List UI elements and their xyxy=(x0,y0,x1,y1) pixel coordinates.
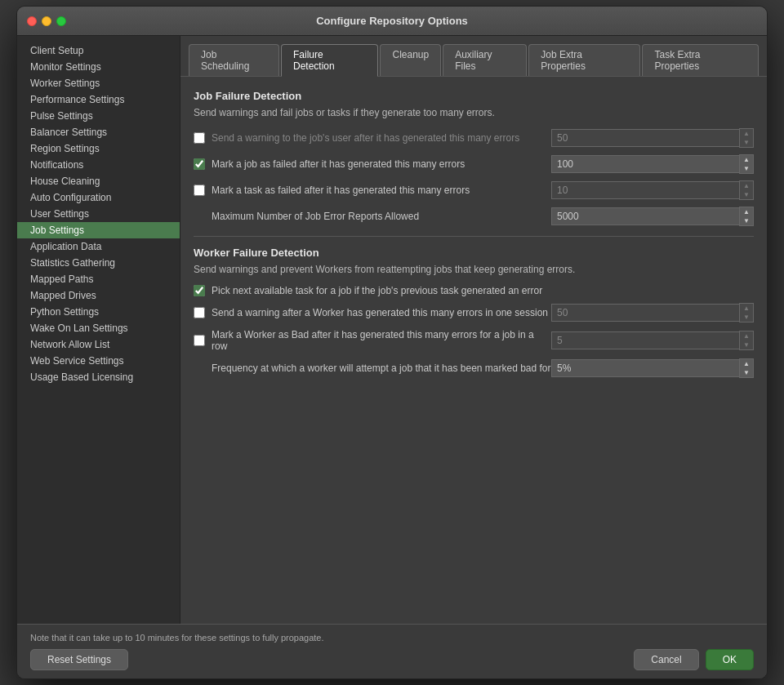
window-body: Client SetupMonitor SettingsWorker Setti… xyxy=(17,36,767,624)
tab-job-scheduling[interactable]: Job Scheduling xyxy=(189,44,279,76)
fail-task-errors-input xyxy=(551,181,739,199)
sidebar-item-network-allow-list[interactable]: Network Allow List xyxy=(17,336,180,353)
fail-job-errors-spinner: ▲ ▼ xyxy=(551,154,754,174)
fail-job-errors-down[interactable]: ▼ xyxy=(740,164,753,173)
fail-task-errors-spinner: ▲ ▼ xyxy=(551,180,754,200)
warn-worker-errors-checkbox[interactable] xyxy=(194,307,205,318)
worker-failure-title: Worker Failure Detection xyxy=(194,247,754,259)
fail-task-checkbox-row: Mark a task as failed after it has gener… xyxy=(194,185,551,196)
pick-next-task-label: Pick next available task for a job if th… xyxy=(212,285,754,296)
window-title: Configure Repository Options xyxy=(316,15,468,27)
footer-note: Note that it can take up to 10 minutes f… xyxy=(30,633,754,643)
minimize-button[interactable] xyxy=(42,16,51,26)
sidebar-item-mapped-paths[interactable]: Mapped Paths xyxy=(17,271,180,287)
sidebar-item-python-settings[interactable]: Python Settings xyxy=(17,304,180,320)
fail-job-errors-spinner-buttons: ▲ ▼ xyxy=(739,154,754,174)
cancel-button[interactable]: Cancel xyxy=(634,649,698,670)
sidebar-item-house-cleaning[interactable]: House Cleaning xyxy=(17,173,180,189)
frequency-spinner-buttons: ▲ ▼ xyxy=(739,358,754,378)
job-failure-title: Job Failure Detection xyxy=(194,90,754,102)
frequency-spinner: ▲ ▼ xyxy=(551,358,754,378)
mark-bad-worker-spinner: ▲ ▼ xyxy=(551,331,754,350)
max-reports-down[interactable]: ▼ xyxy=(740,216,753,225)
warn-job-errors-label: Send a warning to the job's user after i… xyxy=(212,132,551,144)
max-reports-spinner-buttons: ▲ ▼ xyxy=(739,207,754,226)
mark-bad-worker-checkbox-row: Mark a Worker as Bad after it has genera… xyxy=(194,329,551,352)
tab-auxiliary-files[interactable]: Auxiliary Files xyxy=(443,44,527,76)
main-window: Configure Repository Options Client Setu… xyxy=(16,6,768,679)
max-reports-row: Maximum Number of Job Error Reports Allo… xyxy=(194,207,754,226)
pick-next-task-checkbox[interactable] xyxy=(194,285,205,296)
warn-worker-errors-spinner-buttons: ▲ ▼ xyxy=(739,303,754,322)
warn-job-errors-spinner-buttons: ▲ ▼ xyxy=(739,128,754,148)
max-reports-label: Maximum Number of Job Error Reports Allo… xyxy=(194,211,551,222)
fail-job-errors-input[interactable] xyxy=(551,155,739,173)
maximize-button[interactable] xyxy=(56,16,66,26)
warn-worker-errors-down: ▼ xyxy=(740,313,753,322)
fail-task-errors-up: ▲ xyxy=(740,181,753,190)
sidebar-item-user-settings[interactable]: User Settings xyxy=(17,206,180,222)
sidebar-item-balancer-settings[interactable]: Balancer Settings xyxy=(17,124,180,140)
frequency-up[interactable]: ▲ xyxy=(740,359,753,368)
mark-bad-worker-up: ▲ xyxy=(740,331,753,340)
warn-job-errors-spinner: ▲ ▼ xyxy=(551,128,754,148)
fail-task-errors-checkbox[interactable] xyxy=(194,185,205,196)
tab-failure-detection[interactable]: Failure Detection xyxy=(281,44,379,77)
warn-worker-errors-row: Send a warning after a Worker has genera… xyxy=(194,303,754,322)
job-failure-subtitle: Send warnings and fail jobs or tasks if … xyxy=(194,107,754,118)
sidebar-item-web-service-settings[interactable]: Web Service Settings xyxy=(17,353,180,369)
tab-job-extra-properties[interactable]: Job Extra Properties xyxy=(528,44,640,76)
mark-bad-worker-spinner-buttons: ▲ ▼ xyxy=(739,331,754,350)
mark-bad-worker-input xyxy=(551,331,739,349)
sidebar-item-wake-on-lan-settings[interactable]: Wake On Lan Settings xyxy=(17,320,180,336)
content-area: Job Failure Detection Send warnings and … xyxy=(180,77,767,624)
tab-task-extra-properties[interactable]: Task Extra Properties xyxy=(642,44,759,76)
max-reports-input[interactable] xyxy=(551,207,739,225)
warn-job-errors-down: ▼ xyxy=(740,138,753,147)
sidebar: Client SetupMonitor SettingsWorker Setti… xyxy=(17,36,180,624)
sidebar-item-usage-based-licensing[interactable]: Usage Based Licensing xyxy=(17,369,180,385)
frequency-input[interactable] xyxy=(551,359,739,377)
sidebar-item-monitor-settings[interactable]: Monitor Settings xyxy=(17,59,180,75)
tabs-bar: Job SchedulingFailure DetectionCleanupAu… xyxy=(180,36,767,77)
fail-job-errors-checkbox[interactable] xyxy=(194,158,205,170)
main-content: Job SchedulingFailure DetectionCleanupAu… xyxy=(180,36,767,624)
traffic-lights xyxy=(27,16,66,26)
sidebar-item-performance-settings[interactable]: Performance Settings xyxy=(17,91,180,108)
sidebar-item-notifications[interactable]: Notifications xyxy=(17,157,180,173)
titlebar: Configure Repository Options xyxy=(17,7,767,36)
warn-worker-errors-label: Send a warning after a Worker has genera… xyxy=(212,307,551,318)
warn-worker-errors-up: ▲ xyxy=(740,304,753,313)
sidebar-item-worker-settings[interactable]: Worker Settings xyxy=(17,75,180,91)
sidebar-item-statistics-gathering[interactable]: Statistics Gathering xyxy=(17,255,180,271)
sidebar-item-pulse-settings[interactable]: Pulse Settings xyxy=(17,108,180,124)
frequency-label: Frequency at which a worker will attempt… xyxy=(194,363,551,374)
fail-task-errors-down: ▼ xyxy=(740,190,753,199)
max-reports-up[interactable]: ▲ xyxy=(740,207,753,216)
close-button[interactable] xyxy=(27,16,37,26)
mark-bad-worker-checkbox[interactable] xyxy=(194,335,205,346)
tab-cleanup[interactable]: Cleanup xyxy=(380,44,441,76)
ok-button[interactable]: OK xyxy=(706,649,754,670)
mark-bad-worker-row: Mark a Worker as Bad after it has genera… xyxy=(194,329,754,352)
fail-job-errors-up[interactable]: ▲ xyxy=(740,155,753,164)
sidebar-item-mapped-drives[interactable]: Mapped Drives xyxy=(17,287,180,304)
frequency-down[interactable]: ▼ xyxy=(740,368,753,377)
warn-job-errors-row: Send a warning to the job's user after i… xyxy=(194,128,754,148)
warn-job-checkbox-row: Send a warning to the job's user after i… xyxy=(194,132,551,144)
warn-worker-errors-input xyxy=(551,304,739,322)
sidebar-item-region-settings[interactable]: Region Settings xyxy=(17,140,180,157)
footer-buttons: Reset Settings Cancel OK xyxy=(30,649,754,670)
sidebar-item-auto-configuration[interactable]: Auto Configuration xyxy=(17,189,180,206)
reset-settings-button[interactable]: Reset Settings xyxy=(30,649,128,670)
warn-job-errors-input xyxy=(551,129,739,147)
sidebar-item-application-data[interactable]: Application Data xyxy=(17,238,180,255)
fail-task-errors-label: Mark a task as failed after it has gener… xyxy=(212,185,551,196)
fail-job-errors-row: Mark a job as failed after it has genera… xyxy=(194,154,754,174)
worker-failure-subtitle: Send warnings and prevent Workers from r… xyxy=(194,264,754,275)
warn-job-errors-up: ▲ xyxy=(740,129,753,138)
sidebar-item-client-setup[interactable]: Client Setup xyxy=(17,42,180,59)
sidebar-item-job-settings[interactable]: Job Settings xyxy=(17,222,180,238)
warn-job-errors-checkbox[interactable] xyxy=(194,132,205,144)
worker-failure-section: Worker Failure Detection Send warnings a… xyxy=(194,247,754,378)
